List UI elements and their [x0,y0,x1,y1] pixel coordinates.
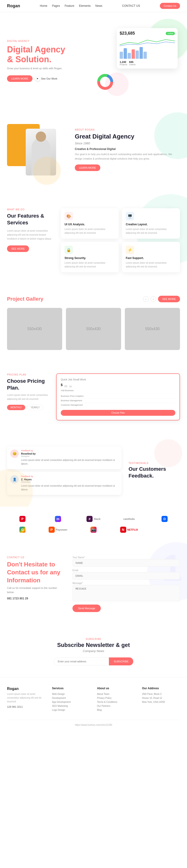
testimonial-role-1: Designer [21,455,118,457]
footer-col-2-title: About us [97,687,135,690]
footer-link-1-1[interactable]: Web Design [52,693,90,695]
pricing-tag: PRICING PLAN [7,373,49,376]
nav-home[interactable]: Home [40,4,47,7]
gallery-item-1[interactable]: 550x430 [7,308,62,350]
footer-link-1-5[interactable]: Logo Design [52,709,90,711]
brand-messenger: m [42,516,73,522]
brand-slack: # Slack [78,516,109,522]
newsletter-email-input[interactable] [54,657,109,665]
footer-col-2: About us About Team Privacy Policy Terms… [97,687,135,713]
testimonial-text-2: Lorem ipsum dolor sit amet consectetur a… [21,484,118,492]
footer-link-2-2[interactable]: Privacy Policy [97,697,135,699]
hero-subtitle: Grow your business & level up skills wit… [7,66,65,71]
newsletter-subscribe-button[interactable]: SUBSCRIBE [109,657,133,665]
contact-inner: CONTACT US Don't Hesitate to Contact us … [7,556,180,612]
nav-elements[interactable]: Elements [79,4,91,7]
about-section: ABOUT ROGAN Great Digital Agency Since 1… [0,105,187,194]
footer-link-2-5[interactable]: Blog [97,709,135,711]
pricing-feature-3: Customer Management [61,403,175,407]
contact-subtitle: Call us for immediate support to the num… [7,586,63,594]
contact-email-input[interactable] [72,572,180,580]
gallery-item-2[interactable]: 550x430 [66,308,121,350]
about-learn-more-button[interactable]: LEARN MORE [75,164,100,171]
feature-icon-2: 🖥️ [126,212,134,220]
newsletter-tag: SUBSCRIBE [7,638,180,640]
pricing-card-price: $ 89 /yr [61,382,175,389]
footer-link-2-3[interactable]: Terms & Conditions [97,701,135,703]
hero-dashboard-card: $23,685 Active 1,240 [117,28,178,68]
testimonials-title: Our Customers Feedback. [129,466,180,479]
nav-pages[interactable]: Pages [52,4,60,7]
brand-payoneer: P Payoneer [42,527,73,533]
brand-netflix: N NETFLIX [114,527,145,533]
contact-name-input[interactable] [72,559,180,567]
pricing-choose-plan-button[interactable]: Choose Plan [61,410,175,416]
pricing-yearly-tab[interactable]: YEARLY [27,405,43,410]
gallery-item-3[interactable]: 550x430 [125,308,180,350]
hero-donut-chart [96,72,115,91]
gdrive-icon: G [20,527,26,533]
feature-title-4: Fast Support. [126,256,176,260]
testimonial-tag-1: Feedback by [21,450,118,452]
contact-tag: CONTACT US [7,556,63,559]
hero-bar-chart [120,47,175,59]
features-see-more-button[interactable]: SEE MORE [7,245,29,252]
navbar: Rogan Home Pages Feature Elements News C… [0,0,187,12]
play-icon: ▶ [35,76,40,81]
feature-icon-3: 🔒 [64,246,73,254]
contact-message-input[interactable] [72,585,180,601]
footer-link-1-2[interactable]: Development [52,697,90,699]
hero-see-work-button[interactable]: ▶ See Our Work [35,76,58,81]
hero-title: Digital Agency & Solution. [7,45,65,64]
nav-logo[interactable]: Rogan [7,3,20,8]
hero-visual: $23,685 Active 1,240 [91,26,180,96]
nav-contact-button[interactable]: Contact Us [160,3,180,9]
features-text: Lorem ipsum dolor sit amet consectetur a… [7,229,54,241]
features-section: 1 WHAT WE DO Our Features & Services Lor… [0,194,187,286]
footer-link-1-4[interactable]: SEO Marketing [52,705,90,707]
pricing-monthly-tab[interactable]: MONTHLY [7,405,25,410]
pricing-feature-1: Business Price Analytics [61,394,175,398]
pricing-left: PRICING PLAN Choose Pricing Plan. Lorem … [7,373,49,410]
hero-badge: Active [166,32,175,35]
footer-link-1-3[interactable]: App Development [52,701,90,703]
hero-stat-1: 1,240 Projects [120,61,127,66]
contact-left: CONTACT US Don't Hesitate to Contact us … [7,556,63,600]
footer-link-2-1[interactable]: About Team [97,693,135,695]
about-images [7,119,65,180]
slack-icon: # [87,516,93,522]
hero-learn-more-button[interactable]: LEARN MORE [7,75,32,82]
testimonials-section: 😊 Feedback by Roselind by Designer Lorem… [0,434,187,506]
contact-form-container: Your Name* Email Message* Send Message [72,556,180,612]
gallery-grid: 550x430 550x430 550x430 [7,308,180,350]
contact-message-label: Message* [72,582,180,584]
features-grid: 🎨 UI UX Analysis. Lorem ipsum dolor sit … [61,208,180,272]
instagram-icon: 📷 [90,527,97,533]
feature-icon-1: 🎨 [64,212,73,220]
pricing-feature-2: Business Management [61,398,175,403]
footer-brand-name: Rogan [7,687,45,691]
gallery-next-button[interactable]: › [151,296,156,302]
features-title: Our Features & Services [7,213,54,226]
gallery-see-more-button[interactable]: SEE MORE [158,296,180,302]
footer-col-1: Services Web Design Development App Deve… [52,687,90,713]
footer-link-2-4[interactable]: Our Partners [97,705,135,707]
feature-text-4: Lorem ipsum dolor sit amet consectetur a… [126,261,176,269]
hero-tag: DIGITAL AGENCY [7,40,65,42]
hero-stat-2: 845 Clients [129,61,136,66]
features-tag: WHAT WE DO [7,208,54,211]
nav-contact-label: CONTACT US [122,4,140,7]
pricing-tabs: MONTHLY YEARLY [7,405,49,410]
testimonial-card-1: 😊 Feedback by Roselind by Designer Lorem… [7,446,122,469]
nav-feature[interactable]: Feature [64,4,74,7]
hero-line-chart [120,38,175,47]
testimonial-avatar-1: 😊 [10,450,19,458]
dropbox-icon: D [161,516,167,522]
contact-title: Don't Hesitate to Contact us for any Inf… [7,561,63,584]
contact-submit-button[interactable]: Send Message [72,604,101,612]
brands-grid: P m # Slack camfindo D G [7,516,180,533]
footer-address-3: New York, USA 14250 [142,701,180,703]
nav-news[interactable]: News [95,4,102,7]
footer-phone: 128 981 3211 [7,705,45,708]
gallery-prev-button[interactable]: ‹ [143,296,149,302]
